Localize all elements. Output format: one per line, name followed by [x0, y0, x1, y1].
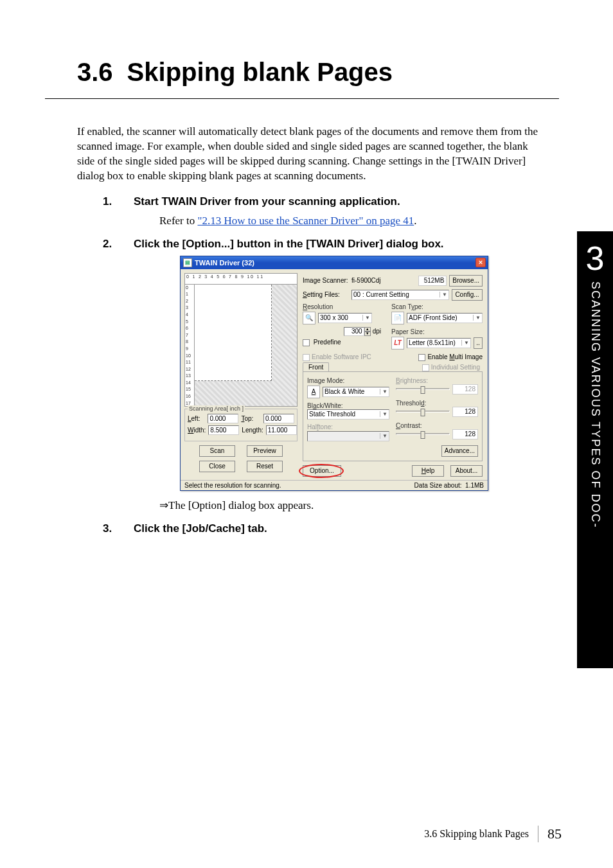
preview-page-outline [195, 285, 272, 381]
memory-value: 512MB [418, 276, 447, 286]
step-2-head: Click the [Option...] button in the [TWA… [134, 238, 568, 251]
top-input[interactable] [263, 414, 294, 423]
step-1-number: 1. [103, 195, 112, 208]
predefine-label: Predefine [314, 339, 341, 346]
width-label: Width: [188, 427, 206, 434]
halftone-select: ▼ [307, 431, 389, 441]
resolution-label: Resolution [303, 303, 385, 310]
step-2-number: 2. [103, 238, 112, 251]
scanning-area-legend: Scanning Area[ inch ] [188, 405, 245, 412]
setting-files-select[interactable]: 00 : Current Setting▼ [351, 290, 449, 300]
data-size-label: Data Size about: [414, 482, 462, 489]
resolution-select[interactable]: 300 x 300▼ [318, 313, 372, 323]
step-2: 2. Click the [Option...] button in the [… [103, 238, 568, 512]
scan-button[interactable]: Scan [199, 445, 235, 457]
steps-list: 1. Start TWAIN Driver from your scanning… [103, 195, 568, 535]
section-title-text: Skipping blank Pages [127, 58, 393, 86]
predefine-checkbox[interactable] [303, 339, 310, 346]
threshold-value: 128 [452, 407, 478, 417]
step-3-number: 3. [103, 522, 112, 535]
paper-size-label: Paper Size: [391, 328, 483, 335]
data-size-value: 1.1MB [465, 482, 484, 489]
image-mode-select[interactable]: Black & White▼ [323, 387, 389, 397]
page-footer: 3.6 Skipping blank Pages 85 [424, 826, 562, 842]
advance-button[interactable]: Advance... [441, 445, 478, 457]
twain-dialog: ▤ TWAIN Driver (32) × 0 1 2 3 4 5 6 7 8 … [180, 256, 488, 491]
option-button[interactable]: Option... [303, 465, 341, 477]
config-button[interactable]: Config... [452, 289, 483, 301]
paper-size-icon: LT [391, 337, 404, 350]
page-number: 85 [538, 826, 562, 842]
scan-type-label: Scan Type: [391, 303, 483, 310]
app-icon: ▤ [183, 258, 192, 267]
brightness-label: Brightness: [396, 377, 478, 384]
title-rule [45, 98, 559, 99]
left-input[interactable] [208, 414, 238, 423]
step-3-head: Click the [Job/Cache] tab. [134, 522, 568, 535]
close-button[interactable]: Close [199, 461, 235, 472]
scan-type-select[interactable]: ADF (Front Side)▼ [407, 313, 483, 323]
setting-files-label: Setting Files: [303, 291, 349, 298]
section-number: 3.6 [77, 58, 113, 86]
scanning-area-group: Scanning Area[ inch ] Left: Top: Width: [184, 409, 298, 441]
threshold-label: Threshold: [396, 400, 478, 407]
step-1-body: Refer to "2.13 How to use the Scanner Dr… [159, 215, 568, 227]
left-label: Left: [188, 415, 205, 422]
length-input[interactable] [266, 425, 297, 435]
browse-button[interactable]: Browse... [449, 275, 483, 287]
top-label: Top: [241, 415, 261, 422]
resolution-icon: 🔍 [303, 312, 315, 324]
twain-dialog-figure: ▤ TWAIN Driver (32) × 0 1 2 3 4 5 6 7 8 … [180, 256, 568, 491]
dpi-spinner[interactable]: 300 ▲▼ [344, 327, 371, 336]
window-title: TWAIN Driver (32) [195, 259, 254, 267]
ruler-vertical: 0 1 2 3 4 5 6 7 8 9 [184, 285, 195, 407]
paper-size-extra-button[interactable]: .. [474, 337, 483, 349]
intro-paragraph: If enabled, the scanner will automatical… [77, 125, 540, 184]
contrast-value: 128 [452, 429, 478, 439]
close-icon[interactable]: × [475, 258, 486, 267]
brightness-slider: 128 [396, 384, 478, 394]
step-1-head: Start TWAIN Driver from your scanning ap… [134, 195, 568, 208]
front-tab[interactable]: Front [303, 362, 329, 371]
status-text: Select the resolution for scanning. [184, 482, 281, 489]
section-heading: 3.6Skipping blank Pages [77, 58, 568, 87]
left-panel: 0 1 2 3 4 5 6 7 8 9 10 11 0 1 2 3 4 5 [184, 273, 298, 479]
about-button[interactable]: About... [450, 465, 483, 477]
blackwhite-label: Black/White: [307, 402, 389, 409]
dpi-unit: dpi [373, 328, 381, 335]
result-arrow-line: ⇒The [Option] dialog box appears. [159, 499, 568, 512]
chapter-side-tab: 3 SCANNING VARIOUS TYPES OF DOC- [577, 231, 613, 668]
step-1-suffix: . [414, 215, 416, 227]
image-mode-icon: A [307, 385, 320, 398]
scanner-driver-link[interactable]: "2.13 How to use the Scanner Driver" on … [197, 215, 414, 227]
scan-type-icon: 📄 [391, 312, 404, 324]
footer-section-label: 3.6 Skipping blank Pages [424, 828, 529, 840]
halftone-label: Halftone: [307, 423, 389, 430]
preview-button[interactable]: Preview [247, 445, 283, 457]
step-3: 3. Click the [Job/Cache] tab. [103, 522, 568, 535]
scanner-label: Image Scanner: [303, 277, 349, 284]
individual-setting: Individual Setting [422, 364, 483, 371]
chapter-label: SCANNING VARIOUS TYPES OF DOC- [589, 281, 602, 528]
enable-ipc: Enable Software IPC [303, 353, 371, 361]
blackwhite-select[interactable]: Static Threshold▼ [307, 409, 389, 420]
step-1-prefix: Refer to [159, 215, 197, 227]
right-panel: Image Scanner: fi-5900Cdj 512MB Browse..… [301, 273, 484, 479]
scanner-value: fi-5900Cdj [351, 277, 416, 284]
title-bar: ▤ TWAIN Driver (32) × [181, 256, 488, 269]
length-label: Length: [242, 427, 263, 434]
step-1: 1. Start TWAIN Driver from your scanning… [103, 195, 568, 227]
chapter-number: 3 [586, 242, 605, 275]
ruler-horizontal: 0 1 2 3 4 5 6 7 8 9 10 11 [184, 273, 298, 285]
enable-multi-image[interactable]: Enable Multi Image [418, 353, 483, 361]
reset-button[interactable]: Reset [247, 461, 283, 472]
contrast-slider[interactable]: 128 [396, 429, 478, 439]
brightness-value: 128 [452, 384, 478, 394]
paper-size-select[interactable]: Letter (8.5x11in)▼ [407, 338, 471, 348]
contrast-label: Contrast: [396, 422, 478, 429]
help-button[interactable]: Help [412, 465, 444, 477]
width-input[interactable] [208, 425, 239, 435]
preview-canvas[interactable] [195, 285, 298, 407]
status-bar: Select the resolution for scanning. Data… [181, 480, 488, 490]
threshold-slider[interactable]: 128 [396, 407, 478, 417]
